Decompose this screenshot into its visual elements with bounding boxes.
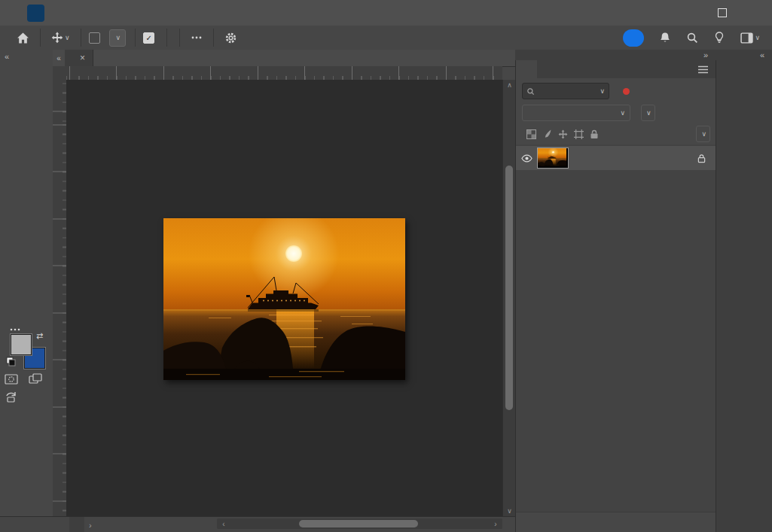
- auto-select-checkbox[interactable]: [89, 32, 100, 44]
- more-options-icon[interactable]: [186, 26, 207, 50]
- move-tool-options-icon[interactable]: ∨: [47, 26, 75, 50]
- lock-row: ∨: [516, 125, 716, 143]
- vertical-scrollbar[interactable]: ∧ ∨: [502, 80, 516, 516]
- window-controls: [673, 0, 772, 26]
- document-tab[interactable]: ×: [65, 50, 93, 66]
- ruler-corner: [53, 66, 67, 81]
- titlebar: [0, 0, 772, 26]
- layer-visibility-eye-icon[interactable]: [516, 154, 537, 163]
- layer-filter-toggle[interactable]: [623, 88, 630, 95]
- foreground-color-swatch[interactable]: [11, 334, 32, 355]
- chevron-down-icon: ∨: [620, 109, 625, 117]
- swap-colors-icon[interactable]: ⇄: [36, 331, 43, 341]
- panel-menu-hamburger-icon[interactable]: [697, 65, 709, 74]
- opacity-value[interactable]: ∨: [641, 105, 655, 121]
- bounding-box-option[interactable]: ✓: [142, 32, 160, 44]
- chevron-down-icon: ∨: [701, 130, 706, 138]
- lock-icons: [526, 129, 599, 139]
- scroll-left-arrow-icon[interactable]: ‹: [218, 518, 229, 529]
- chevron-down-icon: ∨: [755, 34, 760, 41]
- horizontal-scrollbar-thumb[interactable]: [299, 520, 418, 527]
- search-icon[interactable]: [682, 26, 703, 50]
- maximize-icon: [718, 8, 727, 17]
- notifications-bell-icon[interactable]: [655, 26, 676, 50]
- document-tab-bar: « ×: [53, 50, 515, 67]
- scroll-up-arrow-icon[interactable]: ∧: [503, 80, 516, 90]
- lock-position-icon[interactable]: [558, 129, 568, 139]
- icon-strip-header: «: [716, 50, 772, 60]
- close-button[interactable]: [739, 0, 772, 26]
- collapse-strip-chevron-icon[interactable]: «: [760, 51, 764, 59]
- vertical-ruler: [53, 80, 67, 516]
- scroll-down-arrow-icon[interactable]: ∨: [503, 506, 516, 516]
- layers-dock-header: »: [515, 50, 716, 60]
- layer-row-background[interactable]: [516, 146, 716, 170]
- lock-pixels-brush-icon[interactable]: [542, 129, 552, 139]
- auto-select-target-dropdown[interactable]: ∨: [109, 29, 127, 47]
- workspace-settings-gear-icon[interactable]: [220, 26, 242, 50]
- expand-dock-chevron-icon[interactable]: »: [703, 51, 708, 59]
- layer-filter-type-dropdown[interactable]: ∨: [522, 83, 609, 99]
- collapse-tools-chevron-icon[interactable]: «: [5, 52, 9, 61]
- layers-tab[interactable]: [516, 60, 537, 78]
- minimize-button[interactable]: [673, 0, 706, 26]
- quick-mask-icon[interactable]: [5, 373, 18, 385]
- canvas-pasteboard[interactable]: [66, 80, 502, 516]
- layer-filter-row: ∨: [516, 81, 716, 101]
- color-swatches: ⇄: [11, 334, 44, 370]
- layer-thumbnail[interactable]: [537, 147, 569, 169]
- tab-bar-chevron-icon[interactable]: «: [53, 50, 65, 66]
- close-tab-icon[interactable]: ×: [80, 53, 85, 63]
- tools-panel: « ⇄: [0, 50, 53, 516]
- options-bar: ∨ ∨ ✓: [0, 26, 772, 50]
- discover-lightbulb-icon[interactable]: [709, 26, 730, 50]
- fill-value[interactable]: ∨: [696, 126, 710, 142]
- auto-select-option[interactable]: [87, 32, 106, 44]
- blend-mode-row: ∨ ∨: [516, 104, 716, 122]
- layers-panel-tab-row: [516, 60, 716, 78]
- photoshop-window: ∨ ∨ ✓: [0, 0, 772, 532]
- workspace-switcher-icon[interactable]: ∨: [736, 26, 764, 50]
- blend-mode-dropdown[interactable]: ∨: [522, 105, 630, 121]
- vertical-scrollbar-thumb[interactable]: [505, 166, 513, 410]
- sunset-photo: [163, 218, 405, 380]
- lock-transparency-icon[interactable]: [526, 129, 536, 139]
- share-button[interactable]: [623, 29, 644, 47]
- document-size-info: [69, 517, 84, 532]
- lock-all-icon[interactable]: [590, 129, 599, 139]
- screen-mode-icon[interactable]: [29, 373, 42, 385]
- layers-list: [516, 144, 716, 512]
- status-expand-chevron-icon[interactable]: ›: [89, 521, 92, 530]
- layers-panel-bottom-icons: [516, 512, 716, 530]
- home-icon[interactable]: [12, 26, 34, 50]
- right-panel-strip: [716, 60, 772, 532]
- bounding-box-checkbox[interactable]: ✓: [143, 32, 154, 44]
- horizontal-ruler: [66, 66, 502, 81]
- scroll-right-arrow-icon[interactable]: ›: [490, 518, 501, 529]
- chevron-down-icon: ∨: [65, 34, 70, 41]
- chevron-down-icon: ∨: [116, 34, 121, 41]
- document-image[interactable]: [163, 218, 405, 380]
- chevron-down-icon: ∨: [600, 87, 605, 95]
- rotate-view-icon[interactable]: [5, 391, 18, 403]
- maximize-button[interactable]: [706, 0, 739, 26]
- layer-locked-icon[interactable]: [697, 154, 706, 163]
- toolbar-bottom-icons: [5, 373, 50, 403]
- horizontal-scrollbar[interactable]: ‹ ›: [217, 518, 502, 529]
- lock-artboard-icon[interactable]: [574, 129, 584, 139]
- photoshop-logo-icon: [27, 5, 44, 22]
- chevron-down-icon: ∨: [646, 109, 651, 117]
- layers-panel: ∨ ∨ ∨: [515, 60, 716, 532]
- default-colors-icon[interactable]: [6, 357, 16, 366]
